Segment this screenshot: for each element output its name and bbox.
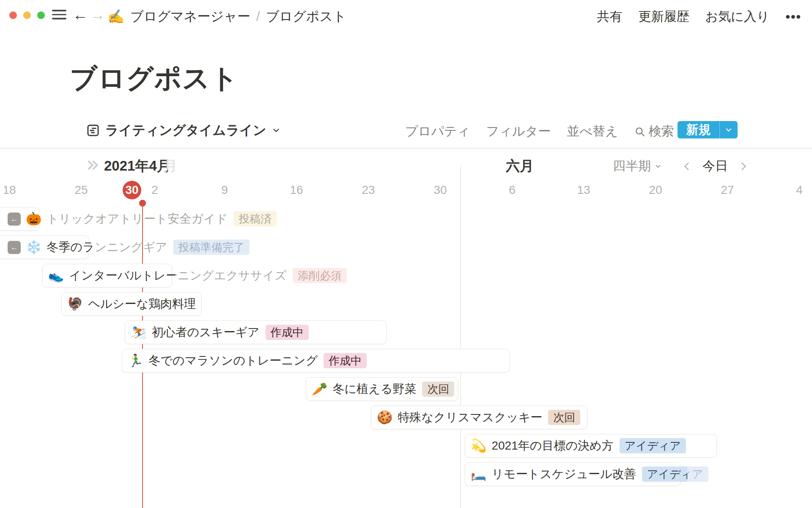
window-close-button[interactable] — [9, 11, 17, 19]
cookie-emoji-icon: 🍪 — [377, 411, 392, 424]
date-tick: 2 — [151, 181, 158, 199]
back-button[interactable]: ← — [73, 7, 88, 22]
search-button[interactable]: 検索 — [634, 123, 674, 140]
more-options-icon[interactable]: ••• — [785, 10, 801, 24]
date-tick: 23 — [362, 181, 375, 199]
card-title[interactable]: 2021年の目標の決め方 — [491, 438, 613, 454]
dizzy-star-emoji-icon: 💫 — [471, 439, 486, 452]
window-minimize-button[interactable] — [23, 11, 31, 19]
card-title[interactable]: 特殊なクリスマスクッキー — [398, 409, 542, 425]
date-tick: 30 — [433, 181, 447, 199]
view-switcher[interactable]: ライティングタイムライン — [86, 121, 281, 139]
card-title[interactable]: 冬に植える野菜 — [332, 381, 416, 397]
sort-button[interactable]: 並べ替え — [567, 123, 618, 140]
card-title[interactable]: 冬季のランニングギア — [47, 239, 167, 255]
date-tick: 18 — [3, 181, 16, 199]
window-zoom-button[interactable] — [37, 11, 45, 19]
floating-month-label: 六月 — [506, 157, 534, 176]
forward-button[interactable]: → — [90, 7, 105, 22]
today-date-badge[interactable]: 30 — [123, 181, 141, 199]
card-title[interactable]: 初心者のスキーギア — [151, 324, 259, 340]
today-button[interactable]: 今日 — [702, 157, 728, 175]
double-chevron-right-icon[interactable] — [85, 159, 100, 171]
filter-button[interactable]: フィルター — [486, 123, 551, 140]
date-tick: 27 — [721, 181, 734, 199]
date-tick: 20 — [649, 181, 662, 199]
breadcrumb-separator: / — [256, 9, 260, 24]
card-title[interactable]: リモートスケジュール改善 — [491, 466, 636, 482]
timeline-scale-selector[interactable]: 四半期 — [613, 157, 662, 175]
ghost-month-fragment: 月 — [163, 157, 177, 176]
breadcrumb-current[interactable]: ブログポスト — [266, 8, 346, 25]
status-badge: 投稿準備完了 — [173, 240, 250, 255]
search-icon — [634, 126, 645, 137]
timeline-row: 🍪 特殊なクリスマスクッキー 次回 — [0, 406, 812, 429]
turkey-emoji-icon: 🦃 — [67, 298, 83, 310]
toolbar-divider — [0, 148, 812, 149]
skier-emoji-icon: ⛷️ — [131, 326, 146, 339]
card-title[interactable]: 冬でのマラソンのトレーニング — [148, 353, 318, 369]
status-badge: 作成中 — [266, 325, 309, 340]
timeline-row: 👟 インターバルトレーニングエクササイズ 添削必須 — [0, 264, 812, 287]
bed-emoji-icon: 🛏️ — [471, 468, 486, 480]
date-tick: 4 — [796, 181, 803, 199]
status-badge: アイディア — [620, 438, 686, 453]
date-tick: 25 — [74, 181, 88, 199]
sidebar-menu-icon[interactable] — [52, 10, 66, 19]
favorite-button[interactable]: お気に入り — [705, 8, 769, 25]
timeline-row: 🛏️ リモートスケジュール改善 アイディア — [0, 462, 812, 486]
runner-emoji-icon: 🏃‍♂️ — [128, 354, 143, 367]
status-badge: 次回 — [548, 410, 580, 425]
card-title[interactable]: インターバルトレーニングエクササイズ — [69, 268, 287, 284]
carrot-emoji-icon: 🥕 — [312, 383, 327, 395]
timeline-row: 🥕 冬に植える野菜 次回 — [0, 377, 812, 401]
card-title[interactable]: トリックオアトリート安全ガイド — [47, 211, 228, 227]
view-name-label: ライティングタイムライン — [105, 121, 266, 139]
breadcrumb-parent[interactable]: ブログマネージャー — [130, 8, 250, 25]
chevron-down-icon — [272, 126, 281, 135]
timeline-row: ← ❄️ 冬季のランニングギア 投稿準備完了 — [0, 235, 812, 259]
new-button-label: 新規 — [678, 121, 719, 138]
date-tick: 9 — [221, 181, 228, 199]
current-month-label[interactable]: 2021年4月 — [104, 157, 171, 176]
running-shoe-emoji-icon: 👟 — [48, 269, 64, 282]
card-title[interactable]: ヘルシーな鶏肉料理 — [88, 296, 196, 312]
updates-button[interactable]: 更新履歴 — [638, 8, 689, 25]
timeline-row: 🏃‍♂️ 冬でのマラソンのトレーニング 作成中 — [0, 349, 812, 373]
status-badge: 作成中 — [324, 353, 367, 368]
new-dropdown-chevron-icon[interactable] — [720, 126, 738, 134]
new-button[interactable]: 新規 — [678, 121, 738, 138]
date-tick: 13 — [577, 181, 590, 199]
date-tick: 6 — [509, 181, 516, 199]
timeline-row: 🦃 ヘルシーな鶏肉料理 — [0, 292, 812, 316]
jump-left-button[interactable]: ← — [8, 241, 21, 254]
timeline-view-icon — [86, 123, 100, 138]
page-title[interactable]: ブログポスト — [70, 60, 239, 97]
status-badge: 投稿済 — [233, 211, 277, 226]
timeline-row: 💫 2021年の目標の決め方 アイディア — [0, 434, 812, 458]
pumpkin-emoji-icon: 🎃 — [26, 213, 41, 225]
next-period-chevron-icon[interactable] — [739, 161, 748, 172]
date-tick: 16 — [290, 181, 303, 199]
page-emoji-icon: ✍️ — [107, 10, 124, 23]
snowflake-emoji-icon: ❄️ — [26, 241, 41, 254]
status-badge: 次回 — [422, 381, 454, 397]
prev-period-chevron-icon[interactable] — [682, 161, 691, 172]
timeline-row: ⛷️ 初心者のスキーギア 作成中 — [0, 320, 812, 344]
status-badge: 添削必須 — [293, 268, 347, 283]
timeline-row: ← 🎃 トリックオアトリート安全ガイド 投稿済 — [0, 207, 812, 231]
notion-window: ← → ✍️ ブログマネージャー / ブログポスト 共有 更新履歴 お気に入り … — [0, 0, 812, 508]
share-button[interactable]: 共有 — [597, 8, 622, 25]
jump-left-button[interactable]: ← — [8, 213, 21, 226]
status-badge: アイディア — [642, 467, 708, 482]
properties-button[interactable]: プロパティ — [405, 123, 470, 140]
chevron-down-icon — [654, 163, 662, 170]
